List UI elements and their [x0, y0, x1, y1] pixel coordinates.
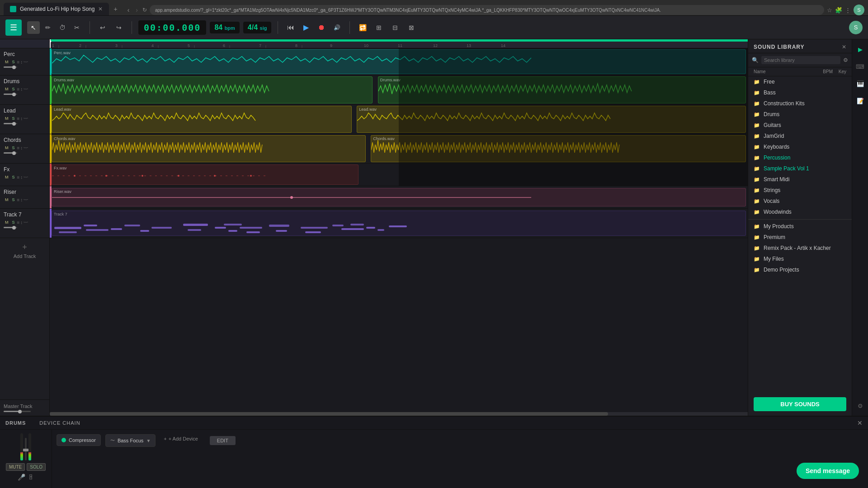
playhead[interactable] — [50, 39, 51, 48]
track7-icon2[interactable]: ↕ — [20, 220, 23, 225]
record-btn[interactable]: ⏺ — [315, 21, 328, 34]
lead-icon2[interactable]: ↕ — [20, 116, 23, 121]
volume-btn[interactable]: 🔊 — [330, 21, 343, 34]
clock-tool[interactable]: ⏱ — [56, 21, 69, 34]
fx-icon1[interactable]: ≡ — [17, 175, 20, 180]
library-item-percussion[interactable]: 📁Percussion — [748, 152, 852, 163]
track-lane-fx[interactable]: Fx.wav — [50, 164, 748, 186]
library-item-strings[interactable]: 📁Strings — [748, 185, 852, 196]
track7-volume[interactable] — [4, 227, 17, 228]
drums-volume[interactable] — [4, 94, 17, 95]
library-item-construction-kits[interactable]: 📁Construction Kits — [748, 98, 852, 109]
chords-s-btn[interactable]: S — [11, 145, 16, 150]
lead-m-btn[interactable]: M — [4, 116, 10, 121]
compressor-power-btn[interactable] — [61, 438, 66, 442]
fx-m-btn[interactable]: M — [4, 174, 10, 180]
add-track-btn[interactable]: + Add Track — [0, 238, 49, 263]
scrollbar-thumb[interactable] — [50, 412, 608, 416]
riser-clip[interactable]: Riser.wav — [52, 188, 746, 206]
bass-focus-dropdown-icon[interactable]: ▼ — [146, 438, 151, 443]
device-compressor[interactable]: Compressor — [57, 434, 101, 446]
riser-m-btn[interactable]: M — [4, 197, 10, 202]
buy-sounds-btn[interactable]: BUY SOUNDS — [754, 397, 846, 411]
right-sidebar-btn-1[interactable]: ▶ — [854, 43, 867, 56]
library-item-vocals[interactable]: 📁Vocals — [748, 196, 852, 206]
scissors-tool[interactable]: ✂ — [71, 21, 83, 34]
add-device-btn[interactable]: + + Add Device — [160, 434, 202, 443]
drums-icon2[interactable]: ↕ — [20, 87, 23, 92]
fx-s-btn[interactable]: S — [11, 174, 16, 180]
new-tab-btn[interactable]: + — [109, 3, 122, 15]
chords-icon2[interactable]: ↕ — [20, 145, 23, 150]
back-btn[interactable]: ‹ — [126, 6, 132, 14]
track-lane-chords[interactable]: Chords.wav Chords.wav — [50, 134, 748, 164]
fader-track[interactable] — [25, 438, 27, 460]
grid-btn[interactable]: ⊞ — [373, 21, 385, 34]
tracks-scroll[interactable]: Perc.wav Drums.wav — [50, 48, 748, 412]
split-btn[interactable]: ⊠ — [405, 21, 418, 34]
library-item-woodwinds[interactable]: 📁Woodwinds — [748, 206, 852, 217]
library-item-demo-projects[interactable]: 📁Demo Projects — [748, 264, 852, 275]
browser-extensions[interactable]: 🧩 — [835, 7, 842, 14]
track7-clip[interactable]: Track 7 — [52, 211, 746, 236]
right-sidebar-btn-4[interactable]: 📝 — [854, 94, 867, 107]
drums-m-btn[interactable]: M — [4, 86, 10, 92]
perc-volume[interactable] — [4, 66, 17, 68]
perc-m-btn[interactable]: M — [4, 59, 10, 65]
transport-sig[interactable]: 4/4 sig — [243, 22, 272, 33]
chords-clip-1[interactable]: Chords.wav — [52, 135, 366, 162]
drums-mic-icon[interactable]: 🎤 — [18, 474, 25, 481]
track-lane-track7[interactable]: Track 7 — [50, 209, 748, 238]
toolbar-avatar[interactable]: S — [849, 21, 863, 34]
track7-icon3[interactable]: 〰 — [24, 220, 28, 225]
timeline-ruler[interactable]: 1 2 3 4 5 6 7 8 9 10 11 12 13 14 — [50, 39, 748, 48]
riser-icon1[interactable]: ≡ — [17, 197, 20, 202]
mute-btn[interactable]: MUTE — [6, 463, 25, 471]
track-lane-riser[interactable]: Riser.wav — [50, 186, 748, 209]
perc-icon1[interactable]: ≡ — [17, 60, 20, 65]
drums-headphone-icon[interactable]: 🎚 — [28, 474, 34, 481]
lead-s-btn[interactable]: S — [11, 116, 16, 121]
library-item-free[interactable]: 📁Free — [748, 76, 852, 87]
library-item-keyboards[interactable]: 📁Keyboards — [748, 141, 852, 152]
lead-volume[interactable] — [4, 123, 17, 124]
play-btn[interactable]: ▶ — [300, 21, 312, 34]
bottom-close-btn[interactable]: ✕ — [857, 419, 863, 427]
library-item-smart-midi[interactable]: 📁Smart Midi — [748, 174, 852, 185]
drums-clip-1[interactable]: Drums.wav — [52, 76, 373, 103]
filter-icon[interactable]: ⚙ — [843, 57, 848, 63]
track-lane-perc[interactable]: Perc.wav — [50, 48, 748, 75]
fx-clip[interactable]: Fx.wav — [52, 164, 359, 185]
skip-back-btn[interactable]: ⏮ — [284, 21, 297, 34]
right-sidebar-btn-2[interactable]: ⌨ — [854, 60, 867, 73]
library-item-premium[interactable]: 📁Premium — [748, 232, 852, 243]
browser-star[interactable]: ☆ — [827, 7, 832, 14]
library-item-guitars[interactable]: 📁Guitars — [748, 120, 852, 131]
quantize-btn[interactable]: ⊟ — [389, 21, 401, 34]
library-item-sample-pack-vol-1[interactable]: 📁Sample Pack Vol 1 — [748, 163, 852, 174]
send-message-btn[interactable]: Send message — [797, 463, 859, 479]
master-volume[interactable] — [4, 411, 31, 412]
fader-handle[interactable] — [23, 449, 28, 451]
library-item-my-files[interactable]: 📁My Files — [748, 253, 852, 264]
chords-icon3[interactable]: 〰 — [24, 145, 28, 150]
drums-s-btn[interactable]: S — [11, 86, 16, 92]
drums-icon3[interactable]: 〰 — [24, 87, 28, 92]
track-lane-lead[interactable]: Lead.wav Lead.wav — [50, 105, 748, 134]
forward-btn[interactable]: › — [134, 6, 140, 14]
riser-icon2[interactable]: ↕ — [20, 197, 23, 202]
edit-btn[interactable]: EDIT — [210, 436, 236, 445]
track7-s-btn[interactable]: S — [11, 220, 16, 225]
browser-avatar[interactable]: S — [854, 5, 864, 15]
fx-icon3[interactable]: 〰 — [24, 175, 28, 180]
browser-menu-btn[interactable]: ⋮ — [845, 7, 851, 14]
fx-icon2[interactable]: ↕ — [20, 175, 23, 180]
timeline-scrollbar[interactable] — [50, 412, 748, 416]
library-item-bass[interactable]: 📁Bass — [748, 87, 852, 98]
perc-icon2[interactable]: ↕ — [20, 60, 23, 65]
track7-icon1[interactable]: ≡ — [17, 220, 20, 225]
drums-icon1[interactable]: ≡ — [17, 87, 20, 92]
lead-icon1[interactable]: ≡ — [17, 116, 20, 121]
undo-btn[interactable]: ↩ — [96, 21, 109, 34]
library-item-jamgrid[interactable]: 📁JamGrid — [748, 131, 852, 141]
